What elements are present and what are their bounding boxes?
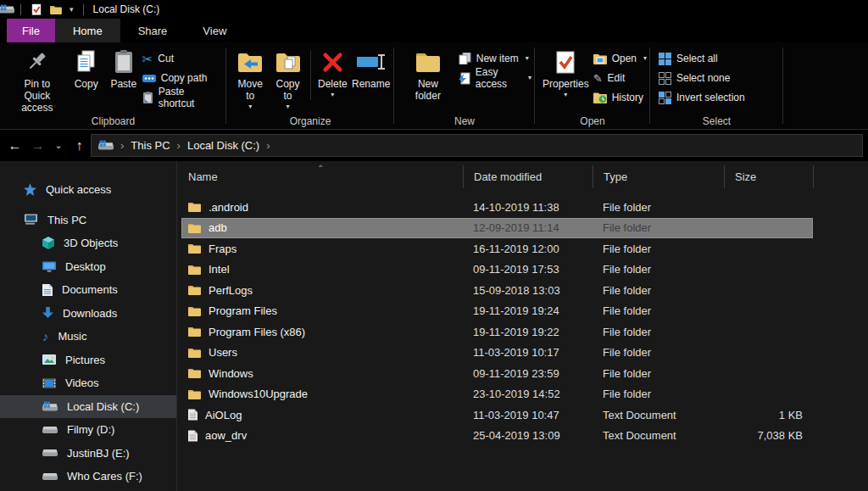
copy-path-label: Copy path: [161, 72, 208, 84]
local-disk-c-icon: [42, 401, 58, 412]
file-date: 11-03-2019 10:17: [463, 346, 593, 359]
column-header-type[interactable]: Type: [593, 165, 724, 188]
file-date: 16-11-2019 12:00: [463, 243, 593, 255]
tab-home[interactable]: Home: [55, 19, 120, 42]
rename-icon: [356, 47, 387, 76]
sidebar-item-this-pc[interactable]: This PC: [0, 209, 176, 232]
paste-icon: [114, 47, 134, 76]
new-folder-button[interactable]: New folder: [403, 45, 453, 105]
qat-new-folder-button[interactable]: [50, 5, 62, 14]
text-document-icon: [188, 430, 198, 442]
file-type: File folder: [593, 388, 724, 400]
file-date: 15-09-2018 13:03: [463, 284, 593, 297]
recent-locations-dropdown[interactable]: ⌄: [49, 140, 68, 151]
sidebar-item-who-cares-f[interactable]: Who Cares (F:): [0, 465, 176, 488]
delete-button[interactable]: Delete ▾: [314, 45, 351, 101]
forward-button[interactable]: →: [26, 138, 49, 153]
select-all-button[interactable]: Select all: [659, 51, 745, 66]
copy-button[interactable]: Copy: [68, 45, 105, 93]
qat-dropdown-icon[interactable]: ▾: [70, 5, 74, 14]
paste-shortcut-button[interactable]: Paste shortcut: [142, 90, 223, 105]
sidebar-item-quick-access[interactable]: Quick access: [0, 178, 176, 202]
text-document-icon: [188, 409, 198, 421]
cut-button[interactable]: ✂ Cut: [142, 51, 223, 66]
properties-dropdown-icon: ▾: [564, 92, 567, 98]
delete-label: Delete: [318, 79, 348, 91]
navigation-pane: Quick access This PC 3D Objects Desktop: [0, 161, 177, 491]
up-button[interactable]: ↑: [68, 138, 91, 153]
cut-icon: ✂: [142, 53, 153, 65]
move-to-label: Move to: [236, 79, 265, 103]
sidebar-item-pictures[interactable]: Pictures: [0, 349, 176, 372]
properties-button[interactable]: Properties ▾: [540, 45, 592, 101]
paste-button[interactable]: Paste: [105, 45, 142, 93]
breadcrumb-item-this-pc[interactable]: This PC: [131, 139, 170, 152]
sidebar-item-justinbj-e[interactable]: JustinBJ (E:): [0, 442, 176, 466]
copy-to-button[interactable]: Copy to ▾: [270, 45, 307, 113]
file-row[interactable]: Intel 09-11-2019 17:53 File folder: [181, 259, 813, 281]
easy-access-dropdown-icon: ▾: [528, 75, 531, 81]
invert-selection-button[interactable]: Invert selection: [659, 90, 745, 105]
column-header-date-modified[interactable]: Date modified: [463, 165, 593, 188]
breadcrumb-item-local-disk-c[interactable]: Local Disk (C:): [187, 139, 259, 152]
back-button[interactable]: ←: [3, 138, 26, 153]
videos-icon: [42, 378, 56, 388]
file-row[interactable]: aow_drv 25-04-2019 13:09 Text Document 7…: [181, 426, 813, 447]
move-to-button[interactable]: Move to ▾: [231, 45, 270, 113]
sidebar-item-videos[interactable]: Videos: [0, 371, 176, 395]
file-name: Fraps: [209, 243, 236, 255]
pin-to-quick-access-button[interactable]: Pin to Quick access: [7, 45, 68, 116]
file-type: File folder: [593, 304, 724, 317]
file-type: File folder: [593, 367, 724, 380]
sidebar-item-local-disk-c[interactable]: Local Disk (C:): [0, 395, 176, 419]
file-row[interactable]: Windows10Upgrade 23-10-2019 14:52 File f…: [181, 384, 813, 405]
qat-properties-button[interactable]: [31, 3, 42, 15]
sidebar-item-label: Downloads: [63, 307, 117, 320]
file-row[interactable]: Windows 09-11-2019 23:59 File folder: [181, 363, 813, 384]
copy-path-button[interactable]: Copy path: [142, 70, 223, 86]
edit-icon: ✎: [593, 72, 603, 85]
copy-label: Copy: [75, 79, 98, 91]
pin-to-quick-access-label: Pin to Quick access: [11, 79, 64, 114]
sidebar-item-downloads[interactable]: Downloads: [0, 302, 176, 326]
paste-shortcut-icon: [142, 92, 153, 104]
copy-to-label: Copy to: [274, 79, 303, 103]
sidebar-item-3d-objects[interactable]: 3D Objects: [0, 232, 176, 255]
file-row-selected[interactable]: adb 12-09-2019 11:14 File folder: [181, 218, 813, 239]
file-row[interactable]: PerfLogs 15-09-2018 13:03 File folder: [181, 280, 813, 301]
tab-file[interactable]: File: [7, 19, 55, 42]
sidebar-item-desktop[interactable]: Desktop: [0, 255, 176, 279]
file-row[interactable]: Fraps 16-11-2019 12:00 File folder: [181, 238, 813, 259]
file-row[interactable]: AiOLog 11-03-2019 10:47 Text Document 1 …: [181, 405, 813, 426]
file-row[interactable]: Program Files (x86) 19-11-2019 19:22 Fil…: [181, 321, 813, 343]
sidebar-item-label: JustinBJ (E:): [67, 447, 130, 460]
sidebar-item-filmy-d[interactable]: Filmy (D:): [0, 418, 176, 442]
tab-share[interactable]: Share: [120, 19, 186, 42]
downloads-icon: [42, 307, 53, 319]
sidebar-item-documents[interactable]: Documents: [0, 278, 176, 302]
tab-view[interactable]: View: [185, 19, 244, 42]
easy-access-button[interactable]: Easy access ▾: [459, 70, 531, 86]
ribbon-group-clipboard: Pin to Quick access Copy Paste ✂ Cut C: [0, 42, 226, 129]
file-row[interactable]: .android 14-10-2019 11:38 File folder: [181, 197, 813, 218]
file-row[interactable]: Users 11-03-2019 10:17 File folder: [181, 343, 813, 364]
breadcrumb-separator-icon[interactable]: ›: [266, 139, 270, 152]
rename-button[interactable]: Rename: [351, 45, 391, 93]
file-row[interactable]: Program Files 19-11-2019 19:24 File fold…: [181, 301, 813, 322]
ribbon-group-open: Properties ▾ Open ▾ ✎ Edit History: [535, 42, 650, 129]
sidebar-item-music[interactable]: ♪ Music: [0, 325, 176, 349]
new-folder-icon: [415, 47, 441, 76]
file-name: AiOLog: [205, 409, 242, 421]
sidebar-item-label: 3D Objects: [64, 237, 118, 249]
select-none-button[interactable]: Select none: [659, 70, 745, 86]
open-button[interactable]: Open ▾: [593, 51, 647, 66]
history-button[interactable]: History: [593, 90, 647, 105]
file-date: 19-11-2019 19:22: [463, 326, 593, 338]
edit-button[interactable]: ✎ Edit: [593, 70, 647, 86]
new-item-button[interactable]: New item ▾: [459, 51, 531, 66]
breadcrumb[interactable]: › This PC › Local Disk (C:) ›: [91, 134, 863, 157]
column-header-size[interactable]: Size: [724, 165, 813, 188]
folder-icon: [188, 223, 201, 233]
pin-icon: [26, 47, 48, 76]
copy-to-dropdown-icon: ▾: [287, 103, 290, 110]
